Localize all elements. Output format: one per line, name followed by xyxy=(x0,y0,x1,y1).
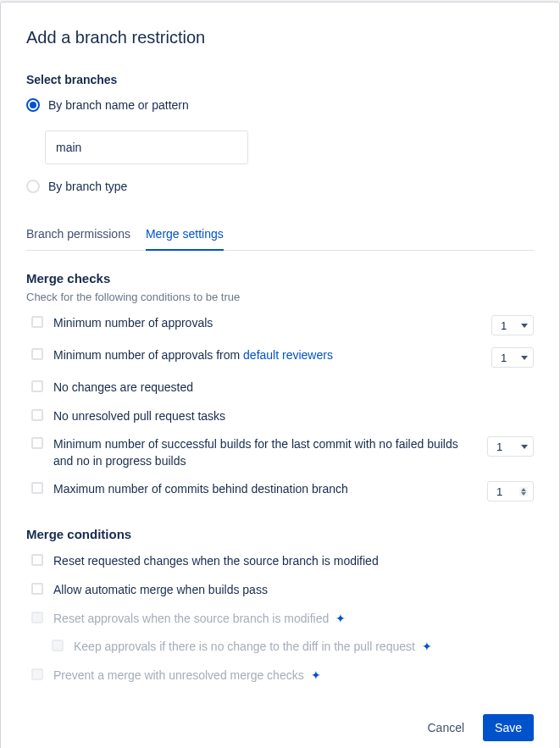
chevron-down-icon xyxy=(521,324,528,328)
spinner-value: 1 xyxy=(496,485,502,498)
check-max-commits-behind: Maximum number of commits behind destina… xyxy=(31,481,534,501)
check-reset-approvals: Reset approvals when the source branch i… xyxy=(31,611,534,628)
check-label: Keep approvals if there is no change to … xyxy=(74,639,534,656)
save-button[interactable]: Save xyxy=(483,714,534,741)
radio-icon xyxy=(26,98,40,112)
add-branch-restriction-modal: Add a branch restriction Select branches… xyxy=(0,2,560,748)
check-label: Minimum number of successful builds for … xyxy=(53,436,477,469)
check-keep-approvals: Keep approvals if there is no change to … xyxy=(52,639,534,656)
select-branches-label: Select branches xyxy=(26,73,534,86)
max-commits-spinner[interactable]: 1 xyxy=(487,481,534,501)
check-label: Minimum number of approvals xyxy=(53,315,481,332)
check-label: Allow automatic merge when builds pass xyxy=(53,582,534,599)
check-label: Prevent a merge with unresolved merge ch… xyxy=(53,668,534,684)
tab-branch-permissions[interactable]: Branch permissions xyxy=(26,227,130,250)
merge-checks-hint: Check for the following conditions to be… xyxy=(26,291,534,303)
check-min-approvals: Minimum number of approvals 1 xyxy=(31,315,534,335)
min-builds-select[interactable]: 1 xyxy=(487,436,534,457)
checkbox-icon xyxy=(31,668,43,680)
radio-icon xyxy=(26,180,40,193)
checkbox-icon xyxy=(31,612,43,623)
check-label: No changes are requested xyxy=(53,380,534,396)
checkbox-icon[interactable] xyxy=(31,554,43,566)
sparkle-icon: ✦ xyxy=(335,612,346,624)
checkbox-icon[interactable] xyxy=(31,380,43,392)
checkbox-icon[interactable] xyxy=(31,409,43,421)
check-label: No unresolved pull request tasks xyxy=(53,408,534,425)
select-value: 1 xyxy=(501,319,507,332)
check-label: Minimum number of approvals from default… xyxy=(53,347,481,364)
sparkle-icon: ✦ xyxy=(422,640,432,652)
check-label: Reset approvals when the source branch i… xyxy=(53,611,534,628)
select-value: 1 xyxy=(496,440,502,453)
default-reviewers-link[interactable]: default reviewers xyxy=(243,348,333,362)
spinner-stepper-icon xyxy=(519,487,528,496)
sparkle-icon: ✦ xyxy=(311,669,321,681)
select-value: 1 xyxy=(501,352,507,364)
checkbox-icon[interactable] xyxy=(31,437,43,449)
min-approvals-select[interactable]: 1 xyxy=(491,315,534,335)
radio-by-type[interactable]: By branch type xyxy=(26,180,534,193)
checkbox-icon[interactable] xyxy=(31,348,43,360)
tab-merge-settings[interactable]: Merge settings xyxy=(146,227,224,251)
min-default-reviewers-select[interactable]: 1 xyxy=(491,347,534,368)
check-prevent-merge-unresolved: Prevent a merge with unresolved merge ch… xyxy=(31,668,534,684)
cancel-button[interactable]: Cancel xyxy=(415,714,476,741)
checkbox-icon xyxy=(52,640,64,651)
radio-by-name-pattern[interactable]: By branch name or pattern xyxy=(26,98,534,112)
checkbox-icon[interactable] xyxy=(31,316,43,328)
check-allow-auto-merge: Allow automatic merge when builds pass xyxy=(31,582,534,599)
tabs: Branch permissions Merge settings xyxy=(26,227,534,251)
checkbox-icon[interactable] xyxy=(31,583,43,595)
chevron-down-icon xyxy=(521,445,528,449)
check-no-changes-requested: No changes are requested xyxy=(31,380,534,396)
radio-label: By branch name or pattern xyxy=(48,98,189,112)
modal-footer: Cancel Save xyxy=(26,714,534,741)
branch-name-input[interactable] xyxy=(45,130,248,164)
check-label: Maximum number of commits behind destina… xyxy=(53,481,477,498)
check-min-default-reviewers: Minimum number of approvals from default… xyxy=(31,347,534,368)
modal-title: Add a branch restriction xyxy=(26,28,534,47)
check-label: Reset requested changes when the source … xyxy=(53,553,534,570)
merge-conditions-heading: Merge conditions xyxy=(26,527,534,541)
check-reset-requested-changes: Reset requested changes when the source … xyxy=(31,553,534,570)
merge-checks-heading: Merge checks xyxy=(26,271,534,285)
check-no-unresolved-tasks: No unresolved pull request tasks xyxy=(31,408,534,425)
radio-label: By branch type xyxy=(48,180,127,193)
check-min-successful-builds: Minimum number of successful builds for … xyxy=(31,436,534,469)
chevron-down-icon xyxy=(521,356,528,360)
checkbox-icon[interactable] xyxy=(31,482,43,494)
